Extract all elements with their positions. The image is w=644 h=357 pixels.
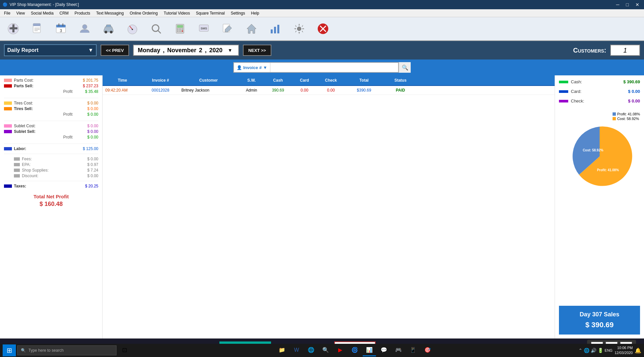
toolbar-document-button[interactable] [28, 21, 46, 37]
toolbar-close-button[interactable] [314, 21, 332, 37]
minimize-button[interactable]: ─ [614, 1, 621, 8]
menu-products[interactable]: Products [72, 10, 93, 16]
toolbar-customers-button[interactable] [75, 21, 94, 37]
menu-tutorial-videos[interactable]: Tutorial Videos [161, 10, 193, 16]
toolbar-calculator-button[interactable] [171, 21, 189, 37]
parts-profit-value: $ 35.48 [75, 89, 98, 94]
svg-text:3: 3 [60, 28, 62, 33]
taskbar-task-view[interactable]: ⊡ [118, 344, 131, 356]
tray-volume[interactable]: 🔊 [591, 348, 596, 353]
window-title: VIP Shop Management: - [Daily Sheet:] [10, 2, 79, 7]
taskbar-messenger[interactable]: 💬 [377, 344, 391, 356]
cell-customer: Britney Jackson [179, 86, 238, 95]
search-input[interactable] [270, 65, 398, 70]
svg-text:SMS: SMS [201, 27, 207, 30]
tray-notifications[interactable]: 🔔 [635, 347, 641, 354]
epa-value: $ 0.97 [75, 162, 98, 167]
legend-profit-label: Profit: 41.08% [617, 112, 640, 116]
sublet-sell-value: $ 0.00 [75, 129, 98, 134]
taskbar-game[interactable]: 🎮 [392, 344, 405, 356]
taskbar-phone[interactable]: 📱 [406, 344, 420, 356]
tray-network[interactable]: 🌐 [584, 348, 589, 353]
total-net-profit-section: Total Net Profit $ 160.48 [4, 194, 98, 208]
parts-sell-value: $ 237.23 [75, 84, 98, 88]
toolbar-reports-button[interactable] [266, 21, 285, 37]
toolbar-search-button[interactable] [147, 21, 165, 37]
maximize-button[interactable]: □ [624, 1, 631, 8]
menu-file[interactable]: File [1, 10, 13, 16]
menu-settings[interactable]: Settings [228, 10, 248, 16]
document-icon [30, 22, 44, 35]
next-button[interactable]: NEXT >> [243, 45, 271, 56]
header-row: Daily Report ▼ << PREV Monday , November… [0, 41, 644, 60]
menu-help[interactable]: Help [249, 10, 262, 16]
taskbar-search[interactable]: 🔍 Type here to search [17, 345, 116, 355]
taskbar-extra[interactable]: 🎯 [421, 344, 434, 356]
menu-crm[interactable]: CRM [57, 10, 71, 16]
reports-icon [269, 22, 282, 35]
toolbar-car-button[interactable] [99, 21, 118, 37]
start-button[interactable]: ⊞ [3, 344, 16, 356]
svg-point-33 [297, 27, 301, 31]
taskbar-search-icon: 🔍 [21, 348, 26, 353]
cash-label: Cash: [571, 79, 611, 84]
search-button[interactable]: 🔍 [399, 62, 411, 73]
discount-label: Discount: [22, 174, 73, 178]
close-window-button[interactable]: ✕ [633, 1, 641, 8]
taskbar-search-app[interactable]: 🔍 [319, 344, 332, 356]
customers-icon [78, 22, 91, 35]
date-comma: , [163, 47, 164, 54]
toolbar-home-button[interactable] [242, 21, 261, 37]
toolbar-settings-button[interactable] [290, 21, 308, 37]
report-dropdown[interactable]: Daily Report ▼ [4, 44, 97, 56]
toolbar-add-button[interactable]: ➕ [4, 21, 23, 37]
svg-rect-26 [182, 30, 183, 32]
search-label: 👤 Invoice # ▼ [234, 63, 270, 72]
toolbar-speed-button[interactable] [123, 21, 142, 37]
menu-text-messaging[interactable]: Text Messaging [94, 10, 126, 16]
discount-value: $ 0.00 [75, 174, 98, 178]
menu-square-terminal[interactable]: Square Terminal [193, 10, 227, 16]
svg-text:Profit: 41.08%: Profit: 41.08% [597, 168, 619, 172]
sublet-cost-label: Sublet Cost: [14, 124, 73, 128]
menu-view[interactable]: View [14, 10, 27, 16]
tires-cost-color-bar [4, 101, 12, 105]
divider-4 [4, 154, 98, 154]
taskbar-chrome[interactable]: 🌀 [348, 344, 361, 356]
svg-rect-20 [177, 25, 183, 28]
labor-color-bar [4, 147, 12, 150]
taskbar-word[interactable]: W [290, 344, 303, 356]
search-person-icon: 👤 [237, 65, 242, 70]
close-red-icon [316, 22, 330, 35]
table-row[interactable]: 09:42:20 AM 00012028 Britney Jackson Adm… [103, 86, 555, 95]
menu-social-media[interactable]: Social Media [28, 10, 56, 16]
svg-rect-8 [56, 25, 66, 27]
menu-online-ordering[interactable]: Online Ordering [127, 10, 161, 16]
taskbar: ⊞ 🔍 Type here to search ⊡ 📁 W 🌐 🔍 ▶ 🌀 📊 … [0, 344, 644, 357]
check-color-bar [559, 100, 568, 102]
legend-cost-label: Cost: 58.92% [617, 117, 639, 121]
toolbar-calendar-button[interactable]: 3 [52, 21, 70, 37]
svg-rect-25 [179, 30, 181, 32]
tray-up-arrow[interactable]: ⌃ [578, 348, 582, 353]
taskbar-edge[interactable]: 🌐 [304, 344, 318, 356]
sublet-sell-label: Sublet Sell: [14, 129, 73, 134]
taskbar-vip-app[interactable]: 📊 [363, 344, 376, 356]
day-sales-panel: Day 307 Sales $ 390.69 [559, 306, 640, 335]
pie-chart-svg: Cost: 58.92% Profit: 41.08% [567, 123, 633, 189]
parts-cost-label: Parts Cost: [14, 78, 73, 83]
fees-row: Fees: $ 0.00 [4, 157, 98, 161]
taskbar-youtube[interactable]: ▶ [334, 344, 347, 356]
title-bar-controls: ─ □ ✕ [614, 1, 641, 8]
title-bar-left: 🔵 VIP Shop Management: - [Daily Sheet:] [3, 2, 79, 7]
calendar-picker-icon[interactable]: ▼ [228, 48, 232, 53]
tray-language[interactable]: ENG [605, 348, 613, 352]
col-invoice: Invoice # [142, 77, 179, 84]
taskbar-explorer[interactable]: 📁 [275, 344, 289, 356]
prev-button[interactable]: << PREV [101, 45, 129, 56]
card-label: Card: [571, 89, 611, 94]
toolbar-sms-button[interactable]: SMS [195, 21, 213, 37]
tray-battery[interactable]: 🔋 [598, 348, 603, 353]
tires-sell-value: $ 0.00 [75, 106, 98, 111]
toolbar-edit-button[interactable] [218, 21, 237, 37]
